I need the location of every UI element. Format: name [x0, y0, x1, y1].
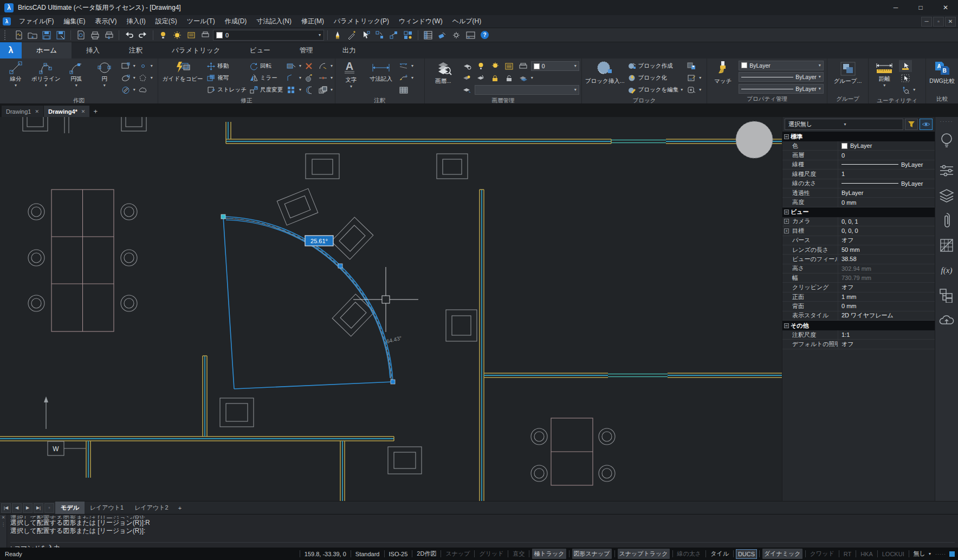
select-similar-button[interactable] [899, 72, 912, 84]
settings-button[interactable] [450, 29, 463, 41]
status-ortho[interactable]: 直交 [511, 549, 526, 559]
prop-row-back[interactable]: 背面0 mm [782, 302, 935, 311]
break-button[interactable] [316, 72, 329, 84]
modify-flyout-button[interactable] [285, 60, 298, 72]
status-tile[interactable]: タイル [709, 549, 730, 559]
undo-button[interactable] [122, 29, 135, 41]
status-workspace[interactable]: 2D作図 [415, 549, 438, 559]
menu-tools[interactable]: ツール(T) [182, 15, 220, 28]
entity-color-combo[interactable]: ByLayer ▾ [739, 61, 824, 70]
status-entity-snap[interactable]: 図形スナップ [572, 549, 612, 559]
tips-bulb-icon[interactable] [937, 125, 956, 157]
select-group-button[interactable] [402, 29, 415, 41]
dwg-compare-button[interactable]: AB DWG比較 [928, 59, 956, 95]
grip[interactable] [221, 214, 225, 219]
mdi-restore-button[interactable]: ▫ [933, 17, 944, 27]
close-icon[interactable]: ✕ [2, 515, 5, 520]
cloud-upload-icon[interactable] [937, 309, 956, 331]
status-lineweight[interactable]: 線の太さ [676, 549, 703, 559]
ribbon-app-button[interactable]: λ [0, 42, 22, 58]
settings-sliders-icon[interactable] [937, 160, 956, 181]
menu-parametric[interactable]: パラメトリック(P) [329, 15, 394, 28]
prop-row-lineweight[interactable]: 線の太さByLayer [782, 179, 935, 188]
status-rt[interactable]: RT [842, 550, 853, 558]
menu-insert[interactable]: 挿入(I) [121, 15, 150, 28]
mdi-minimize-button[interactable]: ─ [921, 17, 932, 27]
group-button[interactable]: グループ... [832, 59, 864, 95]
layer-isolate-button[interactable] [461, 60, 474, 72]
section-view[interactable]: −ビュー [782, 207, 935, 217]
menu-help[interactable]: ヘルプ(H) [448, 15, 487, 28]
prop-row-perspective[interactable]: パースオフ [782, 236, 935, 245]
layers-panel-icon[interactable] [937, 185, 956, 206]
layer-states-icon[interactable] [185, 29, 198, 41]
chamfer-button[interactable] [285, 72, 298, 84]
filter-button[interactable] [905, 119, 918, 130]
status-text-style[interactable]: Standard [354, 550, 381, 558]
tray-icon[interactable] [949, 551, 955, 557]
layer-all-on-icon[interactable] [171, 29, 184, 41]
grip[interactable] [338, 264, 342, 268]
mdi-close-button[interactable]: ✕ [945, 17, 956, 27]
dim-linear-button[interactable] [397, 60, 410, 72]
lineweight-combo[interactable]: ByLayer ▾ [739, 84, 824, 94]
close-icon[interactable]: ✕ [81, 109, 86, 114]
visibility-button[interactable] [920, 119, 933, 130]
layout-list-button[interactable]: ▫ [44, 503, 54, 513]
minimize-button[interactable]: ─ [883, 0, 908, 15]
open-file-button[interactable] [26, 29, 39, 41]
menu-file[interactable]: ファイル(F) [14, 15, 59, 28]
text-button[interactable]: A 文字▾ [337, 59, 365, 97]
layer-unlock-button[interactable] [503, 72, 516, 84]
erase-button[interactable] [436, 29, 449, 41]
redo-button[interactable] [137, 29, 150, 41]
menu-dimension[interactable]: 寸法記入(N) [251, 15, 296, 28]
linetype-combo[interactable]: ByLayer ▾ [739, 72, 824, 82]
grip[interactable] [391, 380, 395, 384]
tab-layout2[interactable]: レイアウト2 [129, 502, 173, 515]
last-layout-button[interactable]: ▶| [34, 503, 43, 513]
doc-tab-drawing4[interactable]: Drawing4*✕ [44, 106, 89, 117]
new-file-button[interactable] [12, 29, 25, 41]
block-edit-button[interactable]: ブロックを編集▾ [628, 86, 683, 95]
preview-button[interactable] [74, 29, 87, 41]
prop-row-front[interactable]: 正面1 mm [782, 292, 935, 302]
prop-row-lens-length[interactable]: レンズの長さ50 mm [782, 245, 935, 255]
layer-light-all-button[interactable] [489, 60, 502, 72]
status-polar-tracking[interactable]: 極トラック [532, 549, 566, 559]
maximize-button[interactable]: □ [908, 0, 933, 15]
drawing-explorer-button[interactable] [422, 29, 435, 41]
prop-row-camera[interactable]: +カメラ0, 0, 1 [782, 217, 935, 226]
layer-combo[interactable]: 0 ▾ [531, 61, 579, 71]
polygon-button[interactable] [137, 72, 150, 84]
tab-model[interactable]: モデル [55, 502, 85, 515]
menu-modify[interactable]: 修正(M) [296, 15, 329, 28]
menu-edit[interactable]: 編集(E) [59, 15, 90, 28]
layer-on-icon[interactable] [157, 29, 170, 41]
new-doc-tab-button[interactable]: + [90, 106, 101, 117]
blockify-button[interactable]: ブロック化 [628, 74, 683, 83]
arc-button[interactable]: 円弧▾ [62, 59, 90, 97]
array-button[interactable] [285, 84, 298, 96]
status-coordinates[interactable]: 159.8, -33.39, 0 [303, 550, 348, 558]
tab-layout1[interactable]: レイアウト1 [85, 502, 129, 515]
hatch-button[interactable] [119, 84, 132, 96]
dynamic-input-field[interactable]: 25.61° [305, 236, 333, 246]
toolbar-grip[interactable] [4, 30, 9, 40]
prop-row-layer[interactable]: 画層0 [782, 151, 935, 160]
layer-light-on-button[interactable] [475, 60, 488, 72]
tab-manage[interactable]: 管理 [285, 42, 328, 58]
explode-button[interactable] [302, 72, 315, 84]
command-line-button[interactable] [464, 29, 477, 41]
layer-state-combo[interactable]: ▾ [475, 85, 579, 95]
prop-row-transparency[interactable]: 透過性ByLayer [782, 188, 935, 198]
line-button[interactable]: 線分▾ [2, 59, 30, 97]
command-input[interactable]: : コマンドを入力 [10, 542, 955, 548]
prop-row-linetype-scale[interactable]: 線種尺度1 [782, 170, 935, 179]
distance-button[interactable]: 距離▾ [870, 59, 898, 97]
save-as-button[interactable] [54, 29, 67, 41]
select-cursor-button[interactable] [359, 29, 372, 41]
section-misc[interactable]: −その他 [782, 321, 935, 330]
attachments-panel-icon[interactable] [937, 210, 956, 231]
mirror-button[interactable]: ミラー [250, 74, 283, 83]
